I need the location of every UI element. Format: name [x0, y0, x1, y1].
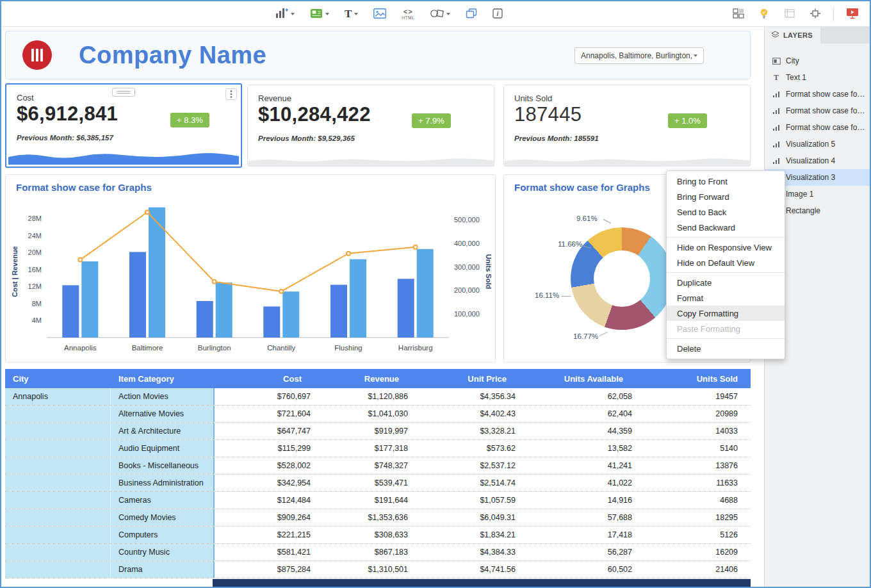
layer-item-city[interactable]: City	[765, 53, 870, 69]
chevron-down-icon	[354, 13, 358, 15]
insights-button[interactable]	[756, 6, 772, 23]
kpi-card-cost[interactable]: Cost $6,912,841 + 8.3% Previous Month: $…	[5, 83, 242, 168]
data-table-widget[interactable]: CityItem CategoryCostRevenueUnit PriceUn…	[5, 369, 751, 578]
image-icon	[373, 8, 386, 20]
snap-to-grid-button[interactable]	[808, 6, 823, 22]
layer-item-label: City	[786, 56, 799, 65]
chart-title: Format show case for Graphs	[16, 182, 152, 193]
layer-item-label: Format show case for ...	[786, 106, 866, 115]
insert-html-button[interactable]: <> HTML	[400, 6, 416, 22]
svg-text:Cost | Revenue: Cost | Revenue	[11, 246, 19, 297]
cell-value: 19457	[640, 388, 751, 405]
chevron-down-icon	[291, 13, 295, 15]
layers-panel-title: LAYERS	[783, 31, 813, 39]
present-button[interactable]	[844, 6, 861, 23]
widget-menu-button[interactable]	[225, 88, 237, 100]
table-row: AnnapolisAction Movies$760,697$1,120,886…	[5, 388, 751, 405]
table-row: Business Administration$342,954$539,471$…	[5, 475, 751, 492]
menu-item-copy-formatting[interactable]: Copy Formatting	[667, 306, 785, 321]
layer-item-format-show-case-for[interactable]: Format show case for ...	[765, 102, 870, 119]
cell-value: 41,022	[523, 475, 640, 491]
layer-item-format-show-case-for[interactable]: Format show case for ...	[765, 86, 870, 102]
cell-value: 20989	[640, 405, 751, 422]
menu-separator	[667, 272, 785, 273]
insert-text-button[interactable]: T	[343, 6, 360, 22]
cell-value: $342,954	[215, 475, 318, 491]
menu-item-delete[interactable]: Delete	[667, 341, 785, 356]
cell-city	[5, 509, 111, 526]
donut-chart	[571, 227, 673, 330]
kpi-value: 187445	[514, 103, 582, 126]
dashboard-header-widget[interactable]: Company Name Annapolis, Baltimore, Burli…	[5, 31, 751, 79]
menu-item-duplicate[interactable]: Duplicate	[667, 275, 785, 290]
app-window: T <> HTML i	[0, 0, 871, 588]
table-row: Cameras$124,484$191,644$1,057.5914,91646…	[5, 492, 751, 509]
column-header-units-available[interactable]: Units Available	[523, 369, 640, 388]
layer-item-label: Format show case for ...	[786, 90, 866, 99]
cell-value: $1,041,030	[318, 405, 416, 422]
kpi-title: Revenue	[258, 94, 291, 103]
frame-button[interactable]	[782, 6, 797, 22]
menu-item-send-to-back[interactable]: Send to Back	[667, 204, 785, 220]
layers-tab[interactable]: LAYERS	[765, 27, 820, 44]
column-header-item-category[interactable]: Item Category	[111, 369, 215, 388]
kpi-card-units-sold[interactable]: Units Sold 187445 + 1.0% Previous Month:…	[503, 85, 751, 167]
drag-handle[interactable]	[112, 88, 135, 97]
layer-item-text-1[interactable]: TText 1	[765, 69, 870, 86]
layer-item-label: Rectangle	[786, 206, 820, 215]
duplicate-widget-button[interactable]	[464, 6, 479, 22]
combo-chart-widget[interactable]: Format show case for Graphs 4M8M12M16M20…	[5, 174, 496, 363]
insert-chart-button[interactable]	[273, 6, 297, 23]
company-name-title: Company Name	[79, 42, 266, 69]
theme-picker-button[interactable]	[308, 6, 331, 22]
label-leader-line	[599, 332, 607, 336]
insert-shape-button[interactable]	[428, 6, 452, 22]
info-button[interactable]: i	[491, 6, 505, 22]
cell-value: $748,327	[318, 457, 416, 474]
menu-item-hide-on-default-view[interactable]: Hide on Default View	[667, 255, 785, 270]
cell-value: 44,359	[523, 423, 640, 439]
svg-text:i: i	[497, 10, 499, 17]
table-body: AnnapolisAction Movies$760,697$1,120,886…	[5, 388, 751, 578]
kpi-card-revenue[interactable]: Revenue $10,284,422 + 7.9% Previous Mont…	[247, 85, 494, 167]
menu-item-bring-forward[interactable]: Bring Forward	[667, 189, 785, 204]
layer-item-format-show-case-for[interactable]: Format show case for ...	[765, 119, 870, 136]
layer-item-visualization-4[interactable]: Visualization 4	[765, 152, 870, 169]
cell-city	[5, 405, 111, 422]
cell-value: $875,284	[215, 561, 318, 578]
layer-item-visualization-5[interactable]: Visualization 5	[765, 136, 870, 152]
insert-tools-group: T <> HTML i	[273, 1, 505, 27]
insert-image-button[interactable]	[371, 6, 388, 22]
kpi-title: Cost	[17, 93, 34, 102]
kpi-previous-value: Previous Month: $6,385,157	[17, 134, 113, 142]
layer-item-label: Visualization 5	[786, 140, 835, 149]
menu-item-bring-to-front[interactable]: Bring to Front	[667, 174, 785, 189]
column-header-city[interactable]: City	[5, 369, 111, 388]
menu-item-send-backward[interactable]: Send Backward	[667, 220, 785, 235]
column-header-cost[interactable]: Cost	[215, 369, 318, 388]
cell-value: $1,057.59	[416, 492, 523, 509]
combo-chart-svg: 4M8M12M16M20M24M28M100,000200,000300,000…	[8, 198, 491, 359]
layout-button[interactable]	[731, 6, 746, 22]
rectangle-widget[interactable]	[213, 579, 751, 587]
text-icon: T	[772, 73, 781, 83]
cell-value: $221,215	[215, 527, 318, 543]
menu-item-hide-on-responsive-view[interactable]: Hide on Responsive View	[667, 240, 785, 255]
cell-value: $1,310,501	[318, 561, 416, 578]
kebab-icon	[230, 90, 232, 99]
cell-city	[5, 475, 111, 491]
city-filter-dropdown[interactable]: Annapolis, Baltimore, Burlington, …	[574, 47, 704, 64]
cell-value: $573.62	[416, 440, 523, 457]
menu-item-paste-formatting: Paste Formatting	[667, 321, 785, 336]
table-row: Computers$221,215$308,633$1,834.2117,418…	[5, 527, 751, 544]
column-header-unit-price[interactable]: Unit Price	[416, 369, 523, 388]
column-header-units-sold[interactable]: Units Sold	[640, 369, 751, 388]
layer-item-label: Visualization 4	[786, 156, 835, 165]
sparkline-wave	[8, 151, 239, 165]
menu-item-format[interactable]: Format	[667, 290, 785, 306]
layer-item-label: Visualization 3	[786, 173, 835, 182]
cell-value: 41,241	[523, 457, 640, 474]
column-header-revenue[interactable]: Revenue	[318, 369, 416, 388]
dashboard-canvas: Company Name Annapolis, Baltimore, Burli…	[1, 27, 764, 587]
cell-city	[5, 527, 111, 543]
